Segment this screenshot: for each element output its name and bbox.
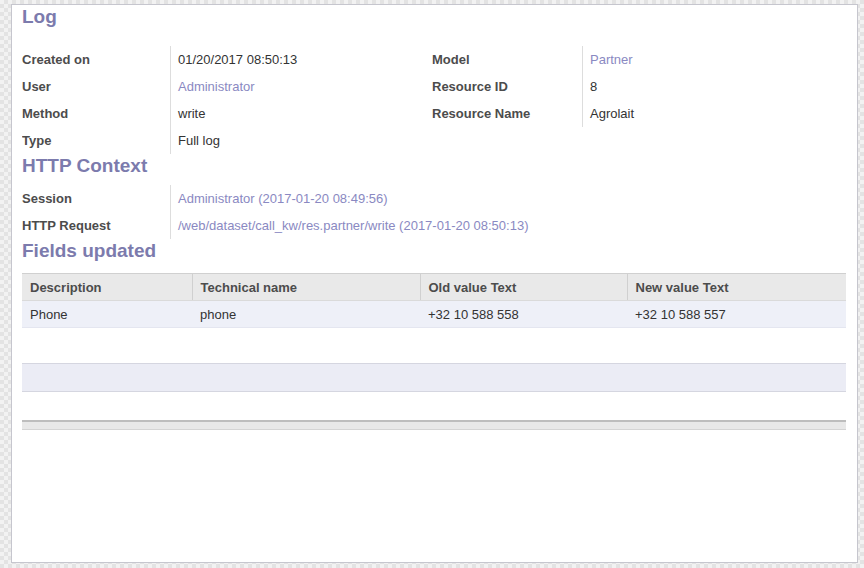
- field-row-resource-id: Resource ID 8: [432, 73, 846, 100]
- field-value-http-request: /web/dataset/call_kw/res.partner/write (…: [170, 212, 846, 239]
- log-form-sheet: Log Created on 01/20/2017 08:50:13 User …: [11, 4, 858, 563]
- type-value: Full log: [178, 133, 220, 148]
- http-context-group: Session Administrator (2017-01-20 08:49:…: [22, 185, 846, 239]
- field-label-model: Model: [432, 46, 582, 73]
- field-row-resource-name: Resource Name Agrolait: [432, 100, 846, 127]
- horizontal-scrollbar[interactable]: [22, 420, 846, 430]
- model-link[interactable]: Partner: [590, 52, 633, 67]
- field-label-resource-name: Resource Name: [432, 100, 582, 127]
- user-link[interactable]: Administrator: [178, 79, 255, 94]
- field-label-created-on: Created on: [22, 46, 170, 73]
- field-value-resource-id: 8: [582, 73, 846, 100]
- http-request-link[interactable]: /web/dataset/call_kw/res.partner/write (…: [178, 218, 528, 233]
- field-label-http-request: HTTP Request: [22, 212, 170, 239]
- field-row-session: Session Administrator (2017-01-20 08:49:…: [22, 185, 846, 212]
- field-label-user: User: [22, 73, 170, 100]
- field-value-session: Administrator (2017-01-20 08:49:56): [170, 185, 846, 212]
- log-field-groups: Created on 01/20/2017 08:50:13 User Admi…: [22, 46, 846, 154]
- log-left-group: Created on 01/20/2017 08:50:13 User Admi…: [22, 46, 432, 154]
- method-value: write: [178, 106, 205, 121]
- field-value-type: Full log: [170, 127, 432, 154]
- table-header-row: Description Technical name Old value Tex…: [22, 274, 846, 301]
- section-title-fields-updated: Fields updated: [22, 239, 846, 263]
- field-row-created-on: Created on 01/20/2017 08:50:13: [22, 46, 432, 73]
- field-value-model: Partner: [582, 46, 846, 73]
- cell-description: Phone: [22, 301, 192, 328]
- section-title-log: Log: [22, 5, 846, 29]
- field-label-method: Method: [22, 100, 170, 127]
- table-row-phone[interactable]: Phone phone +32 10 588 558 +32 10 588 55…: [22, 301, 846, 328]
- field-label-resource-id: Resource ID: [432, 73, 582, 100]
- cell-old-value: +32 10 588 558: [420, 301, 627, 328]
- cell-technical-name: phone: [192, 301, 420, 328]
- field-row-http-request: HTTP Request /web/dataset/call_kw/res.pa…: [22, 212, 846, 239]
- field-value-user: Administrator: [170, 73, 432, 100]
- column-header-technical-name[interactable]: Technical name: [192, 274, 420, 301]
- log-right-group: Model Partner Resource ID 8 Resource Nam…: [432, 46, 846, 154]
- resource-id-value: 8: [590, 79, 597, 94]
- field-value-created-on: 01/20/2017 08:50:13: [170, 46, 432, 73]
- section-title-http-context: HTTP Context: [22, 154, 846, 178]
- sheet-content: Log Created on 01/20/2017 08:50:13 User …: [12, 5, 857, 430]
- column-header-old-value[interactable]: Old value Text: [420, 274, 627, 301]
- session-link[interactable]: Administrator (2017-01-20 08:49:56): [178, 191, 388, 206]
- fields-updated-table: Description Technical name Old value Tex…: [22, 273, 846, 354]
- field-label-session: Session: [22, 185, 170, 212]
- field-row-user: User Administrator: [22, 73, 432, 100]
- page-background: Log Created on 01/20/2017 08:50:13 User …: [0, 0, 864, 568]
- resource-name-value: Agrolait: [590, 106, 634, 121]
- field-value-resource-name: Agrolait: [582, 100, 846, 127]
- field-row-model: Model Partner: [432, 46, 846, 73]
- column-header-description[interactable]: Description: [22, 274, 192, 301]
- column-header-new-value[interactable]: New value Text: [627, 274, 846, 301]
- field-row-method: Method write: [22, 100, 432, 127]
- created-on-value: 01/20/2017 08:50:13: [178, 52, 297, 67]
- field-label-type: Type: [22, 127, 170, 154]
- field-value-method: write: [170, 100, 432, 127]
- table-row-empty: [22, 328, 846, 355]
- empty-list-strip: [22, 363, 846, 392]
- field-row-type: Type Full log: [22, 127, 432, 154]
- cell-new-value: +32 10 588 557: [627, 301, 846, 328]
